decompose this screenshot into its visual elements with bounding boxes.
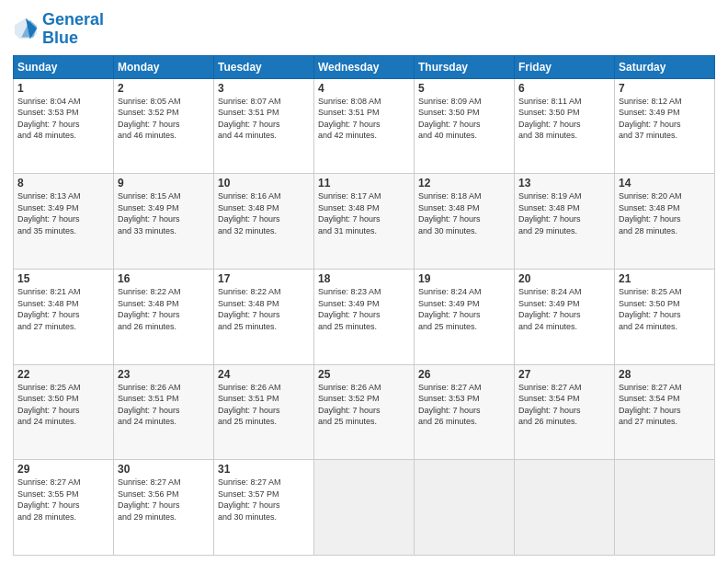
calendar-cell: 30 Sunrise: 8:27 AMSunset: 3:56 PMDaylig… — [114, 460, 214, 556]
day-info: Sunrise: 8:27 AMSunset: 3:55 PMDaylight:… — [17, 477, 109, 523]
calendar-cell: 17 Sunrise: 8:22 AMSunset: 3:48 PMDaylig… — [214, 269, 314, 364]
calendar-cell: 15 Sunrise: 8:21 AMSunset: 3:48 PMDaylig… — [14, 269, 114, 364]
calendar-cell: 7 Sunrise: 8:12 AMSunset: 3:49 PMDayligh… — [615, 78, 715, 174]
day-info: Sunrise: 8:04 AMSunset: 3:53 PMDaylight:… — [17, 96, 109, 142]
calendar-cell — [615, 460, 715, 556]
day-number: 16 — [118, 272, 210, 285]
day-info: Sunrise: 8:13 AMSunset: 3:49 PMDaylight:… — [17, 190, 109, 236]
day-info: Sunrise: 8:22 AMSunset: 3:48 PMDaylight:… — [218, 286, 310, 332]
calendar-cell: 18 Sunrise: 8:23 AMSunset: 3:49 PMDaylig… — [314, 269, 415, 364]
day-number: 22 — [17, 368, 109, 381]
calendar-cell: 21 Sunrise: 8:25 AMSunset: 3:50 PMDaylig… — [615, 269, 715, 364]
calendar-week-2: 8 Sunrise: 8:13 AMSunset: 3:49 PMDayligh… — [14, 174, 715, 270]
day-number: 18 — [318, 272, 410, 285]
day-number: 17 — [218, 272, 310, 285]
calendar-cell: 14 Sunrise: 8:20 AMSunset: 3:48 PMDaylig… — [615, 174, 715, 270]
logo-icon — [13, 17, 39, 42]
weekday-header-wednesday: Wednesday — [314, 55, 415, 78]
calendar-cell: 3 Sunrise: 8:07 AMSunset: 3:51 PMDayligh… — [214, 78, 314, 174]
calendar-cell — [515, 460, 615, 556]
calendar-cell: 24 Sunrise: 8:26 AMSunset: 3:51 PMDaylig… — [214, 364, 314, 460]
day-number: 19 — [418, 272, 510, 285]
day-number: 2 — [118, 82, 210, 95]
day-number: 6 — [518, 82, 610, 95]
calendar-body: 1 Sunrise: 8:04 AMSunset: 3:53 PMDayligh… — [14, 78, 715, 555]
calendar-cell: 23 Sunrise: 8:26 AMSunset: 3:51 PMDaylig… — [114, 364, 214, 460]
day-info: Sunrise: 8:22 AMSunset: 3:48 PMDaylight:… — [118, 286, 210, 332]
calendar-cell: 19 Sunrise: 8:24 AMSunset: 3:49 PMDaylig… — [415, 269, 515, 364]
day-info: Sunrise: 8:27 AMSunset: 3:57 PMDaylight:… — [218, 477, 310, 523]
day-info: Sunrise: 8:17 AMSunset: 3:48 PMDaylight:… — [318, 190, 410, 236]
day-info: Sunrise: 8:15 AMSunset: 3:49 PMDaylight:… — [118, 190, 210, 236]
calendar-cell: 4 Sunrise: 8:08 AMSunset: 3:51 PMDayligh… — [314, 78, 415, 174]
day-number: 23 — [118, 368, 210, 381]
calendar-cell: 9 Sunrise: 8:15 AMSunset: 3:49 PMDayligh… — [114, 174, 214, 270]
day-number: 24 — [218, 368, 310, 381]
calendar-cell: 13 Sunrise: 8:19 AMSunset: 3:48 PMDaylig… — [515, 174, 615, 270]
day-number: 7 — [619, 82, 711, 95]
day-number: 11 — [318, 177, 410, 190]
day-number: 28 — [619, 368, 711, 381]
calendar-cell: 20 Sunrise: 8:24 AMSunset: 3:49 PMDaylig… — [515, 269, 615, 364]
day-number: 8 — [17, 177, 109, 190]
day-info: Sunrise: 8:09 AMSunset: 3:50 PMDaylight:… — [418, 96, 510, 142]
calendar-cell: 29 Sunrise: 8:27 AMSunset: 3:55 PMDaylig… — [14, 460, 114, 556]
day-number: 30 — [118, 463, 210, 476]
day-info: Sunrise: 8:23 AMSunset: 3:49 PMDaylight:… — [318, 286, 410, 332]
day-number: 21 — [619, 272, 711, 285]
calendar-cell: 11 Sunrise: 8:17 AMSunset: 3:48 PMDaylig… — [314, 174, 415, 270]
calendar-cell: 6 Sunrise: 8:11 AMSunset: 3:50 PMDayligh… — [515, 78, 615, 174]
day-info: Sunrise: 8:08 AMSunset: 3:51 PMDaylight:… — [318, 96, 410, 142]
day-info: Sunrise: 8:24 AMSunset: 3:49 PMDaylight:… — [418, 286, 510, 332]
day-info: Sunrise: 8:19 AMSunset: 3:48 PMDaylight:… — [518, 190, 610, 236]
calendar-cell: 10 Sunrise: 8:16 AMSunset: 3:48 PMDaylig… — [214, 174, 314, 270]
day-info: Sunrise: 8:11 AMSunset: 3:50 PMDaylight:… — [518, 96, 610, 142]
day-number: 4 — [318, 82, 410, 95]
day-info: Sunrise: 8:05 AMSunset: 3:52 PMDaylight:… — [118, 96, 210, 142]
calendar-cell: 31 Sunrise: 8:27 AMSunset: 3:57 PMDaylig… — [214, 460, 314, 556]
day-number: 13 — [518, 177, 610, 190]
day-number: 27 — [518, 368, 610, 381]
day-number: 25 — [318, 368, 410, 381]
calendar-cell — [314, 460, 415, 556]
logo-text: General Blue — [42, 11, 104, 48]
day-info: Sunrise: 8:27 AMSunset: 3:54 PMDaylight:… — [619, 382, 711, 428]
day-info: Sunrise: 8:26 AMSunset: 3:51 PMDaylight:… — [118, 382, 210, 428]
day-number: 9 — [118, 177, 210, 190]
day-number: 29 — [17, 463, 109, 476]
weekday-header-sunday: Sunday — [14, 55, 114, 78]
day-info: Sunrise: 8:25 AMSunset: 3:50 PMDaylight:… — [619, 286, 711, 332]
weekday-header-tuesday: Tuesday — [214, 55, 314, 78]
calendar-week-5: 29 Sunrise: 8:27 AMSunset: 3:55 PMDaylig… — [14, 460, 715, 556]
calendar-cell: 12 Sunrise: 8:18 AMSunset: 3:48 PMDaylig… — [415, 174, 515, 270]
day-info: Sunrise: 8:18 AMSunset: 3:48 PMDaylight:… — [418, 190, 510, 236]
weekday-header-row: SundayMondayTuesdayWednesdayThursdayFrid… — [14, 55, 715, 78]
page-container: General Blue SundayMondayTuesdayWednesda… — [0, 0, 728, 563]
day-info: Sunrise: 8:24 AMSunset: 3:49 PMDaylight:… — [518, 286, 610, 332]
day-info: Sunrise: 8:20 AMSunset: 3:48 PMDaylight:… — [619, 190, 711, 236]
header: General Blue — [13, 11, 715, 48]
day-number: 26 — [418, 368, 510, 381]
calendar-cell: 5 Sunrise: 8:09 AMSunset: 3:50 PMDayligh… — [415, 78, 515, 174]
calendar-cell: 25 Sunrise: 8:26 AMSunset: 3:52 PMDaylig… — [314, 364, 415, 460]
day-number: 12 — [418, 177, 510, 190]
calendar-cell: 27 Sunrise: 8:27 AMSunset: 3:54 PMDaylig… — [515, 364, 615, 460]
weekday-header-thursday: Thursday — [415, 55, 515, 78]
calendar-cell: 22 Sunrise: 8:25 AMSunset: 3:50 PMDaylig… — [14, 364, 114, 460]
day-info: Sunrise: 8:27 AMSunset: 3:53 PMDaylight:… — [418, 382, 510, 428]
day-info: Sunrise: 8:21 AMSunset: 3:48 PMDaylight:… — [17, 286, 109, 332]
day-info: Sunrise: 8:07 AMSunset: 3:51 PMDaylight:… — [218, 96, 310, 142]
calendar-cell: 28 Sunrise: 8:27 AMSunset: 3:54 PMDaylig… — [615, 364, 715, 460]
day-info: Sunrise: 8:27 AMSunset: 3:54 PMDaylight:… — [518, 382, 610, 428]
day-info: Sunrise: 8:27 AMSunset: 3:56 PMDaylight:… — [118, 477, 210, 523]
calendar-week-1: 1 Sunrise: 8:04 AMSunset: 3:53 PMDayligh… — [14, 78, 715, 174]
day-number: 1 — [17, 82, 109, 95]
day-info: Sunrise: 8:16 AMSunset: 3:48 PMDaylight:… — [218, 190, 310, 236]
day-info: Sunrise: 8:26 AMSunset: 3:52 PMDaylight:… — [318, 382, 410, 428]
calendar-week-3: 15 Sunrise: 8:21 AMSunset: 3:48 PMDaylig… — [14, 269, 715, 364]
calendar-cell: 8 Sunrise: 8:13 AMSunset: 3:49 PMDayligh… — [14, 174, 114, 270]
day-info: Sunrise: 8:25 AMSunset: 3:50 PMDaylight:… — [17, 382, 109, 428]
calendar-cell: 1 Sunrise: 8:04 AMSunset: 3:53 PMDayligh… — [14, 78, 114, 174]
day-info: Sunrise: 8:12 AMSunset: 3:49 PMDaylight:… — [619, 96, 711, 142]
calendar-cell: 26 Sunrise: 8:27 AMSunset: 3:53 PMDaylig… — [415, 364, 515, 460]
